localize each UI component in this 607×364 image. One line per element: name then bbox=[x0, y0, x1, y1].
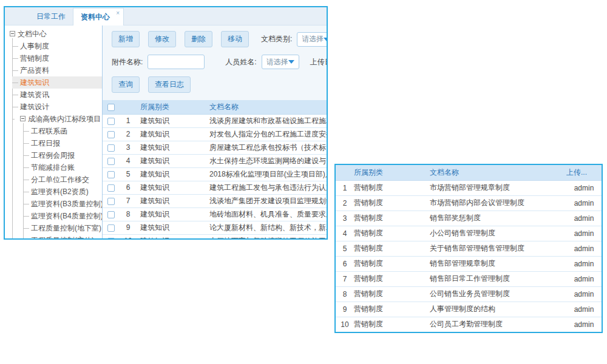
tab-data-center-label: 资料中心 bbox=[81, 13, 110, 21]
tab-daily-work[interactable]: 日常工作 bbox=[29, 8, 73, 25]
tree-item-product-data[interactable]: 产品资料 bbox=[12, 64, 102, 76]
toolbar-row-3: 查询 查看日志 bbox=[103, 76, 327, 93]
header-uploader: 上传... bbox=[566, 165, 602, 180]
table-row[interactable]: 4 建筑知识 水土保持生态环境监测网络的建设与资... bbox=[103, 154, 327, 167]
chevron-down-icon bbox=[324, 38, 327, 41]
row-checkbox[interactable] bbox=[107, 131, 115, 138]
chevron-down-icon bbox=[288, 60, 294, 64]
table-row[interactable]: 3 建筑知识 房屋建筑工程总承包投标书（技术标）... bbox=[103, 141, 327, 154]
collapse-icon[interactable] bbox=[20, 116, 25, 121]
tree-children: 人事制度 营销制度 产品资料 建筑知识 建筑资讯 建筑设计 成渝高铁内江标段项目… bbox=[12, 40, 102, 238]
doc-type-select[interactable]: 请选择 bbox=[297, 32, 327, 47]
document-center-window: 日常工作 资料中心 × 文档中心 人事制度 营销制度 产品资料 建筑知识 建筑资… bbox=[4, 6, 328, 240]
select-all-checkbox[interactable] bbox=[107, 104, 115, 111]
row-checkbox[interactable] bbox=[107, 144, 115, 152]
marketing-documents-table: 所属别类 文档名称 上传... 1 营销制度 市场营销部管理规章制度 admin… bbox=[336, 165, 602, 332]
toolbar-row-1: 新增 修改 删除 移动 文档类别: 请选择 文档名称: bbox=[103, 31, 327, 47]
tree-item-daily-report[interactable]: 工程日报 bbox=[23, 137, 102, 149]
view-log-button[interactable]: 查看日志 bbox=[148, 76, 191, 93]
table-row[interactable]: 1 营销制度 市场营销部管理规章制度 admin bbox=[336, 180, 602, 195]
tree-item-supervision-b3[interactable]: 监理资料(B3质量控制) bbox=[23, 198, 102, 210]
tree-item-quality-basement[interactable]: 工程质量控制(地下室) bbox=[23, 222, 102, 234]
table-row[interactable]: 10 建筑知识 大厦地下室加气砼墙砌筑工程的施工方... bbox=[103, 234, 327, 238]
table-row[interactable]: 6 营销制度 销售部管理规章制度 admin bbox=[336, 256, 602, 271]
person-label: 人员姓名: bbox=[225, 57, 256, 67]
edit-button[interactable]: 修改 bbox=[148, 31, 176, 47]
query-button[interactable]: 查询 bbox=[112, 76, 140, 93]
person-select[interactable]: 请选择 bbox=[262, 55, 299, 69]
table-row[interactable]: 10 营销制度 公司员工考勤管理制度 admin bbox=[336, 317, 602, 332]
move-button[interactable]: 移动 bbox=[221, 31, 249, 47]
table-row[interactable]: 5 营销制度 关于销售部管理销售管理制度 admin bbox=[336, 241, 602, 256]
row-checkbox[interactable] bbox=[107, 224, 115, 232]
table-row[interactable]: 1 建筑知识 浅谈房屋建筑和市政基础设施工程施工... bbox=[103, 114, 327, 127]
table-row[interactable]: 6 建筑知识 建筑工程施工发包与承包违法行为认定... bbox=[103, 181, 327, 194]
row-checkbox[interactable] bbox=[107, 198, 115, 205]
marketing-documents-panel: 所属别类 文档名称 上传... 1 营销制度 市场营销部管理规章制度 admin… bbox=[334, 164, 603, 333]
tab-bar: 日常工作 资料中心 × bbox=[5, 7, 327, 25]
tree-subroot-project[interactable]: 成渝高铁内江标段项目 bbox=[12, 113, 102, 125]
collapse-icon[interactable] bbox=[10, 31, 15, 36]
table-row[interactable]: 9 建筑知识 论大厦新材料、新结构、新技术，新工... bbox=[103, 221, 327, 234]
row-checkbox[interactable] bbox=[107, 118, 115, 125]
table-header-row: 所属别类 文档名称 bbox=[103, 100, 327, 114]
tree-item-quality-partial[interactable]: 工程质量控制(主体) bbox=[23, 234, 102, 238]
close-icon[interactable]: × bbox=[116, 10, 120, 16]
row-checkbox[interactable] bbox=[107, 238, 115, 238]
tree-item-work-transfer[interactable]: 分工单位工作移交 bbox=[23, 174, 102, 186]
table-row[interactable]: 3 营销制度 销售部奖惩制度 admin bbox=[336, 211, 602, 226]
row-checkbox[interactable] bbox=[107, 184, 115, 192]
header-doc-name: 文档名称 bbox=[206, 100, 327, 114]
row-checkbox[interactable] bbox=[107, 171, 115, 178]
tree-item-construction-news[interactable]: 建筑资讯 bbox=[12, 89, 102, 101]
header-doc-name: 文档名称 bbox=[430, 165, 566, 180]
tree-item-hr-policy[interactable]: 人事制度 bbox=[12, 40, 102, 52]
table-row[interactable]: 2 建筑知识 对发包人指定分包的工程施工进度安排... bbox=[103, 127, 327, 141]
tree-subchildren: 工程联系函 工程日报 工程例会周报 节能减排台账 分工单位工作移交 监理资料(B… bbox=[23, 125, 102, 238]
documents-table: 所属别类 文档名称 1 建筑知识 浅谈房屋建筑和市政基础设施工程施工... 2 bbox=[103, 100, 327, 238]
table-header-row: 所属别类 文档名称 上传... bbox=[336, 165, 602, 180]
tab-data-center[interactable]: 资料中心 × bbox=[73, 8, 124, 25]
header-category: 所属别类 bbox=[137, 100, 206, 114]
table-row[interactable]: 7 营销制度 销售部日常工作管理制度 admin bbox=[336, 271, 602, 286]
tree-item-supervision-b2[interactable]: 监理资料(B2资质) bbox=[23, 186, 102, 198]
row-checkbox[interactable] bbox=[107, 158, 115, 165]
table-row[interactable]: 4 营销制度 小公司销售管理制度 admin bbox=[336, 226, 602, 241]
header-category: 所属别类 bbox=[354, 165, 430, 180]
table-row[interactable]: 7 建筑知识 浅谈地产集团开发建设项目监理规划编... bbox=[103, 194, 327, 207]
tree-item-construction-knowledge[interactable]: 建筑知识 bbox=[12, 76, 102, 89]
tree-item-marketing-policy[interactable]: 营销制度 bbox=[12, 52, 102, 64]
attachment-label: 附件名称: bbox=[112, 57, 143, 67]
tree-item-supervision-b4[interactable]: 监理资料(B4质量控制) bbox=[23, 210, 102, 222]
toolbar-row-2: 附件名称: 人员姓名: 请选择 上传日期: bbox=[103, 55, 327, 69]
tree-item-energy-saving[interactable]: 节能减排台账 bbox=[23, 161, 102, 174]
attachment-input[interactable] bbox=[148, 55, 205, 69]
table-row[interactable]: 9 营销制度 人事管理制度的结构 admin bbox=[336, 302, 602, 317]
table-row[interactable]: 2 营销制度 市场营销部内部会议管理制度 admin bbox=[336, 195, 602, 211]
main-pane: 新增 修改 删除 移动 文档类别: 请选择 文档名称: 附件名称: 人员姓名: … bbox=[103, 25, 327, 238]
table-row[interactable]: 8 建筑知识 地砖地面材料、机具准备、质量要求及... bbox=[103, 207, 327, 221]
tree-root-document-center[interactable]: 文档中心 bbox=[10, 28, 102, 40]
add-button[interactable]: 新增 bbox=[112, 31, 140, 47]
tree-item-weekly-meeting[interactable]: 工程例会周报 bbox=[23, 149, 102, 161]
document-tree: 文档中心 人事制度 营销制度 产品资料 建筑知识 建筑资讯 建筑设计 成渝高铁内… bbox=[5, 25, 103, 238]
row-checkbox[interactable] bbox=[107, 211, 115, 218]
tree-item-construction-design[interactable]: 建筑设计 bbox=[12, 101, 102, 113]
doc-type-label: 文档类别: bbox=[261, 34, 292, 44]
tree-item-project-letters[interactable]: 工程联系函 bbox=[23, 125, 102, 137]
upload-date-label: 上传日期: bbox=[310, 57, 327, 67]
delete-button[interactable]: 删除 bbox=[185, 31, 212, 47]
table-row[interactable]: 8 营销制度 公司销售业务员管理制度 admin bbox=[336, 286, 602, 302]
table-row[interactable]: 5 建筑知识 2018标准化监理项目部(业主项目部)人员... bbox=[103, 167, 327, 181]
